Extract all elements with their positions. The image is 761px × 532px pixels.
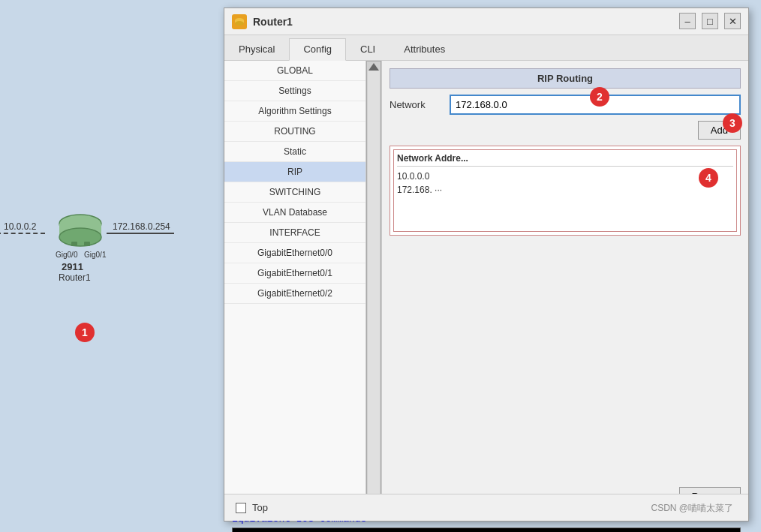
title-bar: Router1 – □ ✕ [224,8,748,35]
minimize-button[interactable]: – [679,13,696,29]
add-row: Add [390,121,741,140]
ip-right: 172.168.0.254 [113,221,170,232]
sidebar-item-gig1[interactable]: GigabitEthernet0/1 [224,263,365,284]
sidebar-item-rip[interactable]: RIP [224,162,365,182]
sidebar-container: GLOBAL Settings Algorithm Settings ROUTI… [224,61,382,513]
sidebar-item-settings[interactable]: Settings [224,81,365,101]
right-panel: RIP Routing 2 Network 3 Add [382,61,748,513]
solid-line [107,233,174,234]
port-right-label: Gig0/1 [84,251,106,259]
badge-1: 1 [75,323,95,342]
badge-2: 2 [590,87,609,107]
sidebar-item-static[interactable]: Static [224,142,365,162]
add-row-container: 3 Add [390,121,741,140]
dashed-line [0,233,45,234]
addr-row-1: 10.0.0.0 [397,170,733,183]
sidebar-item-gig2[interactable]: GigabitEthernet0/2 [224,284,365,304]
rip-routing-header: RIP Routing [390,68,741,89]
svg-point-2 [59,228,101,246]
window-title: Router1 [253,16,293,28]
sidebar-item-algorithm-settings[interactable]: Algorithm Settings [224,101,365,122]
sidebar-item-routing[interactable]: ROUTING [224,122,365,142]
sidebar-scrollbar[interactable] [366,61,381,513]
sidebar-item-vlan[interactable]: VLAN Database [224,203,365,223]
addr-table: Network Addre... 10.0.0.0 172.168. ··· [390,146,741,236]
bottom-bar: Top CSDN @喵喵太菜了 [224,494,748,521]
tab-attributes[interactable]: Attributes [390,38,459,60]
router-number: 2911 [62,261,83,272]
ios-terminal[interactable]: Router(config)#ip route 192.168.0.0 255.… [232,527,741,532]
tab-cli[interactable]: CLI [346,38,390,60]
svg-rect-3 [71,242,77,246]
addr-table-container: 4 Network Addre... 10.0.0.0 172.168. ··· [390,146,741,481]
network-label: Network [390,99,442,110]
tab-config[interactable]: Config [289,38,346,61]
sidebar: GLOBAL Settings Algorithm Settings ROUTI… [224,61,366,513]
router-title-icon [234,17,245,27]
close-button[interactable]: ✕ [724,13,741,29]
watermark: CSDN @喵喵太菜了 [651,502,733,515]
scroll-up-arrow[interactable] [368,63,379,71]
tab-bar: Physical Config CLI Attributes [224,35,748,61]
top-label: Top [252,502,268,513]
tab-physical[interactable]: Physical [224,38,289,60]
window-controls: – □ ✕ [679,13,741,29]
ip-left: 10.0.0.2 [4,221,36,232]
content-area: GLOBAL Settings Algorithm Settings ROUTI… [224,61,748,513]
network-row-container: 2 Network [390,95,741,115]
addr-row-2: 172.168. ··· [397,183,733,197]
sidebar-item-interface[interactable]: INTERFACE [224,223,365,243]
maximize-button[interactable]: □ [702,13,718,29]
router-svg [56,210,105,251]
sidebar-item-gig0[interactable]: GigabitEthernet0/0 [224,243,365,263]
router-name: Router1 [59,272,91,283]
badge-4: 4 [699,168,718,188]
sidebar-item-global[interactable]: GLOBAL [224,61,365,81]
svg-rect-4 [84,242,90,246]
sidebar-item-switching[interactable]: SWITCHING [224,182,365,203]
router-icon [232,14,247,29]
port-left-label: Gig0/0 [56,251,77,259]
network-row: Network [390,95,741,115]
top-checkbox[interactable] [236,503,246,513]
addr-table-inner: Network Addre... 10.0.0.0 172.168. ··· [393,149,737,232]
canvas-area: 1 10.0.0.2 172.168.0.254 Gig0/0 Gig0/1 2… [0,0,225,532]
svg-point-7 [235,21,244,26]
addr-col-header: Network Addre... [397,153,733,167]
badge-3: 3 [723,113,742,133]
dialog-window: Router1 – □ ✕ Physical Config CLI Attrib… [224,8,749,521]
